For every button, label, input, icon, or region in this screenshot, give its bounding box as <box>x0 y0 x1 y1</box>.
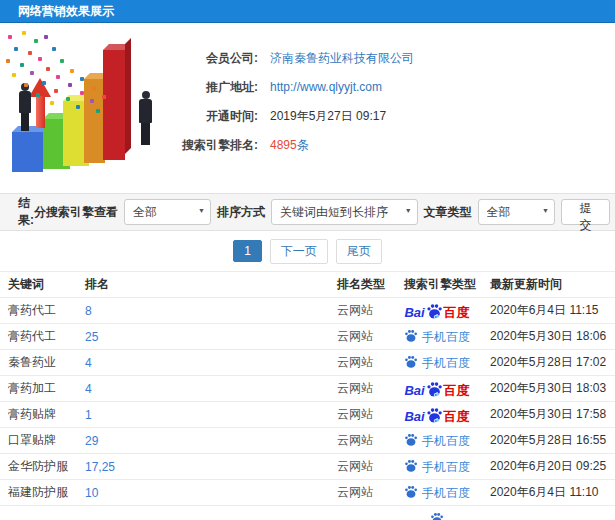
confetti-dot <box>96 109 100 113</box>
table-row: 秦鲁药业 4 云网站 Baidu百度 手机百度 2020年5月28日 17:02 <box>0 350 615 376</box>
confetti-dot <box>50 101 54 105</box>
table-row: 金华防护服 17,25 云网站 Baidu百度 手机百度 2020年6月20日 … <box>0 454 615 480</box>
engine-cell: Baidu百度 手机百度 <box>392 355 482 371</box>
rank-link[interactable]: 29 <box>85 434 98 448</box>
baidu-mobile-logo: 手机百度 <box>404 355 470 371</box>
engine-cell: Baidu百度 手机百度 <box>392 381 482 397</box>
sort-label: 排序方式 <box>217 204 265 221</box>
info-row-company: 会员公司: 济南秦鲁药业科技有限公司 <box>170 51 610 65</box>
rank-type-cell: 云网站 <box>329 458 392 475</box>
rank-link[interactable]: 10 <box>85 486 98 500</box>
rank-link[interactable]: 4 <box>85 356 92 370</box>
member-info: 会员公司: 济南秦鲁药业科技有限公司 推广地址: http://www.qlyy… <box>170 51 610 167</box>
last-page-button[interactable]: 尾页 <box>336 239 382 264</box>
rank-link[interactable]: 8 <box>85 304 92 318</box>
confetti-dot <box>60 59 64 63</box>
submit-button[interactable]: 提交 <box>561 199 610 225</box>
confetti-dot <box>52 47 56 51</box>
rank-cell: 1 <box>77 408 329 422</box>
table-header-row: 关键词 排名 排名类型 搜索引擎类型 最新更新时间 <box>0 272 615 298</box>
rank-count: 4895 <box>270 138 297 152</box>
update-time-cell: 2020年5月30日 17:58 <box>482 406 615 423</box>
rank-link[interactable]: 4 <box>85 382 92 396</box>
article-type-select[interactable]: 全部 <box>478 199 555 225</box>
rank-type-cell: 云网站 <box>329 328 392 345</box>
promo-url-label: 推广地址: <box>170 80 258 94</box>
confetti-dot <box>6 59 10 63</box>
filter-bar: 结果: 分搜索引擎查看 全部 排序方式 关键词由短到长排序 文章类型 全部 提交 <box>0 193 615 231</box>
sort-select[interactable]: 关键词由短到长排序 <box>271 199 418 225</box>
page-1-button[interactable]: 1 <box>233 240 262 262</box>
info-row-url: 推广地址: http://www.qlyyjt.com <box>170 80 610 94</box>
table-row: 膏药代工 25 云网站 Baidu百度 手机百度 2020年5月30日 18:0… <box>0 324 615 350</box>
table-row: 膏药加工 4 云网站 Baidu百度 手机百度 2020年5月30日 18:03 <box>0 376 615 402</box>
confetti-dot <box>42 81 46 85</box>
rank-unit: 条 <box>297 138 309 152</box>
keyword-cell: 膏药代工 <box>0 302 77 319</box>
confetti-dot <box>8 35 12 39</box>
rank-link[interactable]: 1 <box>85 408 92 422</box>
result-label: 结果: <box>18 195 34 229</box>
confetti-dot <box>36 93 40 97</box>
confetti-dot <box>66 97 70 101</box>
confetti-dot <box>102 95 106 99</box>
confetti-dot <box>38 57 42 61</box>
engine-filter-wrap: 全部 <box>124 199 211 225</box>
baidu-mobile-logo: 手机百度 <box>404 459 470 475</box>
confetti-dot <box>70 69 74 73</box>
keyword-rank-table: 关键词 排名 排名类型 搜索引擎类型 最新更新时间 膏药代工 8 云网站 Bai… <box>0 271 615 520</box>
confetti-dot <box>56 75 60 79</box>
svg-text:du: du <box>433 391 442 397</box>
sort-select-wrap: 关键词由短到长排序 <box>271 199 418 225</box>
keyword-cell: 秦鲁药业 <box>0 354 77 371</box>
filter-controls: 分搜索引擎查看 全部 排序方式 关键词由短到长排序 文章类型 全部 提交 <box>34 199 610 225</box>
keyword-cell: 膏药加工 <box>0 380 77 397</box>
update-time-cell: 2020年6月4日 11:10 <box>482 484 615 501</box>
engine-cell: Baidu百度 手机百度 <box>392 407 482 423</box>
rank-type-cell: 云网站 <box>329 380 392 397</box>
rank-type-cell: 云网站 <box>329 354 392 371</box>
confetti-dot <box>80 77 84 81</box>
bar-blue <box>12 132 43 172</box>
col-engine-type: 搜索引擎类型 <box>392 276 482 293</box>
confetti-dot <box>22 31 26 35</box>
baidu-pc-logo: Baidu百度 <box>404 407 469 423</box>
confetti-dot <box>76 105 80 109</box>
rank-type-cell: 云网站 <box>329 406 392 423</box>
update-time-cell: 2020年5月28日 16:55 <box>482 432 615 449</box>
growth-chart-illustration <box>0 23 175 183</box>
update-time-cell: 2020年5月28日 17:02 <box>482 354 615 371</box>
rank-cell: 4 <box>77 356 329 370</box>
engine-filter-label: 分搜索引擎查看 <box>34 204 118 221</box>
businessman-right <box>136 91 154 147</box>
baidu-paw-icon <box>430 512 444 520</box>
engine-cell: Baidu百度 手机百度 <box>392 303 482 319</box>
confetti-dot <box>54 89 58 93</box>
engine-cell: Baidu百度 手机百度 <box>392 485 482 501</box>
table-row: 膏药贴牌 1 云网站 Baidu百度 手机百度 2020年5月30日 17:58 <box>0 402 615 428</box>
pagination: 1 下一页 尾页 <box>0 231 615 271</box>
update-time-cell: 2020年5月30日 18:06 <box>482 328 615 345</box>
engine-cell: Baidu百度 手机百度 <box>392 433 482 449</box>
engine-filter-select[interactable]: 全部 <box>124 199 211 225</box>
bar-orange <box>84 79 105 163</box>
confetti-dot <box>92 87 96 91</box>
company-label: 会员公司: <box>170 51 258 65</box>
keyword-cell: 金华防护服 <box>0 458 77 475</box>
open-time-value: 2019年5月27日 09:17 <box>270 109 386 123</box>
table-row: 口罩贴牌 29 云网站 Baidu百度 手机百度 2020年5月28日 16:5… <box>0 428 615 454</box>
confetti-dot <box>14 47 18 51</box>
rank-type-cell: 云网站 <box>329 484 392 501</box>
keyword-cell: 福建防护服 <box>0 484 77 501</box>
rank-cell: 10 <box>77 486 329 500</box>
rank-link[interactable]: 17,25 <box>85 460 115 474</box>
next-page-button[interactable]: 下一页 <box>270 239 328 264</box>
rank-link[interactable]: 25 <box>85 330 98 344</box>
promo-url-link[interactable]: http://www.qlyyjt.com <box>270 80 382 94</box>
open-time-label: 开通时间: <box>170 109 258 123</box>
engine-cell: Baidu百度 手机百度 <box>392 329 482 345</box>
company-link[interactable]: 济南秦鲁药业科技有限公司 <box>270 51 414 65</box>
confetti-dot <box>12 73 16 77</box>
keyword-cell: 膏药代工 <box>0 328 77 345</box>
baidu-pc-logo: Baidu百度 <box>404 381 469 397</box>
